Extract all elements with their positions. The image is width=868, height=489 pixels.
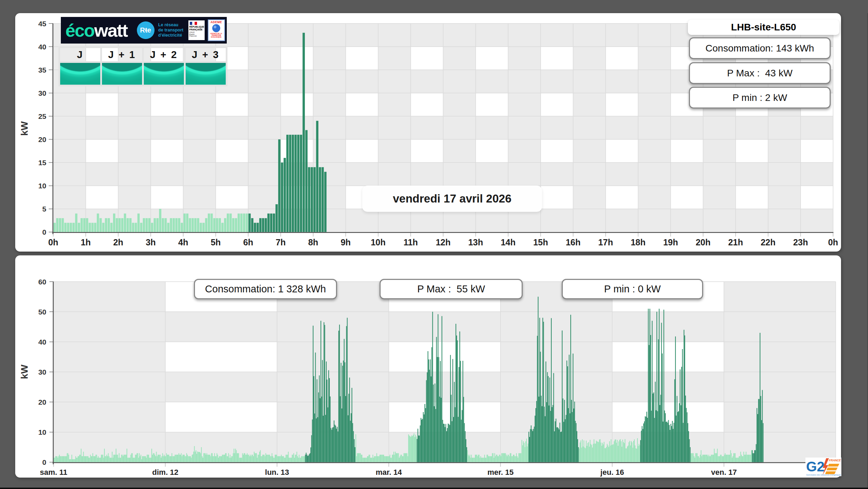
svg-text:5: 5 [42,205,46,213]
svg-text:14h: 14h [501,237,515,247]
svg-text:10h: 10h [371,237,385,247]
svg-text:kW: kW [19,364,30,379]
svg-text:mer. 15: mer. 15 [487,468,514,477]
svg-text:40: 40 [38,338,46,346]
svg-text:15: 15 [38,159,47,167]
svg-text:20: 20 [38,398,46,406]
svg-text:sam. 11: sam. 11 [40,468,67,477]
svg-text:ven. 17: ven. 17 [711,468,737,477]
svg-text:20h: 20h [696,237,710,247]
svg-text:45: 45 [38,20,47,28]
svg-text:18h: 18h [631,237,645,247]
svg-text:10: 10 [38,428,46,436]
svg-text:8h: 8h [308,237,318,247]
svg-text:50: 50 [38,308,46,316]
svg-text:9h: 9h [340,237,351,247]
svg-text:lun. 13: lun. 13 [265,468,289,477]
svg-text:17h: 17h [598,237,613,247]
svg-text:FRANCE: FRANCE [829,459,841,462]
svg-text:4h: 4h [178,237,188,247]
svg-text:19h: 19h [663,237,678,247]
svg-text:kW: kW [19,121,30,136]
svg-text:15h: 15h [533,237,548,247]
svg-text:G2: G2 [806,459,824,474]
svg-text:0h: 0h [828,237,838,247]
svg-text:jeu. 16: jeu. 16 [600,468,624,477]
svg-text:40: 40 [38,43,46,51]
svg-text:6h: 6h [243,237,253,247]
svg-text:dim. 12: dim. 12 [152,468,178,477]
svg-text:16h: 16h [566,237,580,247]
svg-text:3h: 3h [146,237,156,247]
svg-text:35: 35 [38,66,47,74]
svg-text:7h: 7h [276,237,286,247]
svg-text:0: 0 [42,458,46,466]
svg-text:11h: 11h [403,237,418,247]
svg-text:20: 20 [38,135,46,143]
svg-text:23h: 23h [793,237,808,247]
svg-text:21h: 21h [728,237,743,247]
svg-text:12h: 12h [436,237,450,247]
svg-text:2h: 2h [113,237,123,247]
svg-text:60: 60 [38,278,46,286]
svg-text:mar. 14: mar. 14 [376,468,402,477]
svg-text:Optimisation des ressources én: Optimisation des ressources énergétiques [806,474,841,476]
svg-text:22h: 22h [760,237,775,247]
svg-text:1h: 1h [81,237,91,247]
svg-text:0: 0 [42,228,46,236]
svg-text:10: 10 [38,182,46,190]
svg-text:13h: 13h [468,237,483,247]
svg-text:30: 30 [38,368,46,376]
svg-text:30: 30 [38,89,46,97]
svg-text:25: 25 [38,112,47,120]
svg-text:0h: 0h [48,237,58,247]
svg-text:5h: 5h [211,237,221,247]
